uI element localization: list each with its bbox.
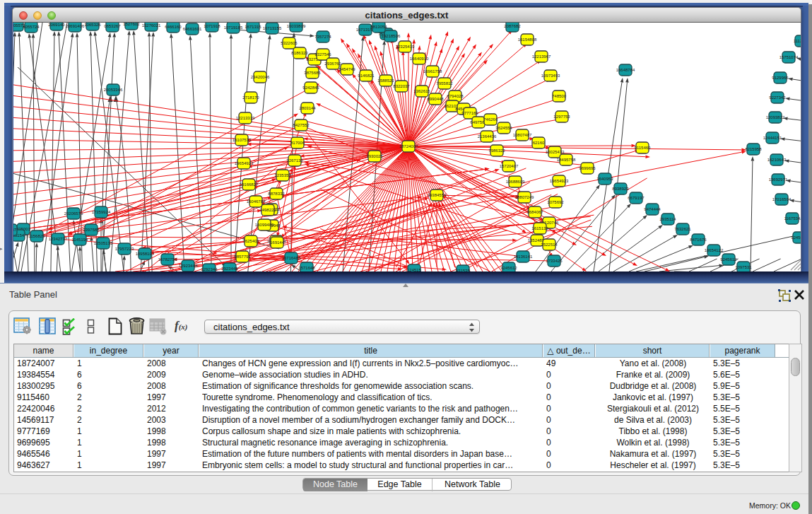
svg-text:16046788: 16046788 — [246, 199, 265, 204]
svg-text:64661601: 64661601 — [182, 27, 201, 31]
svg-text:12342737: 12342737 — [48, 237, 67, 241]
svg-text:9227342: 9227342 — [769, 95, 786, 100]
svg-text:8813054: 8813054 — [370, 25, 387, 29]
svg-text:17359924: 17359924 — [91, 210, 110, 214]
svg-text:1527602: 1527602 — [123, 23, 140, 26]
svg-text:1075692: 1075692 — [547, 200, 564, 204]
svg-text:1733426: 1733426 — [546, 259, 563, 263]
svg-text:1071918: 1071918 — [204, 24, 220, 28]
svg-text:18807249: 18807249 — [514, 195, 534, 199]
svg-text:2718170: 2718170 — [242, 95, 259, 100]
svg-text:10958107: 10958107 — [135, 252, 154, 256]
svg-text:2087682: 2087682 — [504, 24, 521, 28]
svg-text:9245612: 9245612 — [720, 257, 737, 262]
svg-text:8938923: 8938923 — [612, 187, 629, 191]
svg-text:9397585: 9397585 — [83, 228, 100, 232]
svg-text:2935114: 2935114 — [659, 217, 676, 221]
svg-text:9146821: 9146821 — [358, 74, 375, 78]
svg-text:16099489: 16099489 — [254, 223, 273, 227]
svg-text:10973493: 10973493 — [541, 74, 560, 78]
svg-text:15751074: 15751074 — [779, 55, 798, 59]
svg-text:8186323: 8186323 — [291, 51, 308, 55]
svg-text:15276021: 15276021 — [141, 23, 160, 28]
svg-text:4055724: 4055724 — [23, 25, 40, 29]
svg-text:1145194: 1145194 — [71, 238, 88, 242]
svg-text:15720407: 15720407 — [499, 164, 518, 168]
svg-text:12923448: 12923448 — [178, 264, 197, 268]
svg-text:12213319: 12213319 — [235, 116, 254, 120]
svg-text:19166827: 19166827 — [239, 182, 258, 187]
svg-text:12444151: 12444151 — [763, 136, 782, 140]
svg-text:17957223: 17957223 — [114, 247, 134, 251]
svg-text:746266: 746266 — [483, 117, 498, 122]
svg-text:13692971: 13692971 — [768, 177, 787, 182]
svg-text:10025433: 10025433 — [545, 150, 564, 154]
svg-text:5322605: 5322605 — [281, 41, 298, 45]
svg-text:169144: 169144 — [269, 240, 284, 245]
svg-text:8471676: 8471676 — [690, 238, 707, 242]
svg-text:9327546: 9327546 — [314, 52, 331, 57]
svg-text:1167534: 1167534 — [784, 216, 800, 221]
svg-text:16961758: 16961758 — [423, 69, 442, 74]
svg-text:16033809: 16033809 — [286, 24, 305, 28]
svg-text:10688609: 10688609 — [505, 180, 524, 184]
svg-text:21364436: 21364436 — [477, 134, 496, 139]
svg-text:14136141: 14136141 — [513, 255, 532, 259]
svg-text:748500: 748500 — [551, 94, 566, 98]
svg-text:2522514: 2522514 — [541, 243, 558, 247]
svg-text:9474444: 9474444 — [644, 207, 661, 211]
svg-text:18724007: 18724007 — [399, 144, 418, 148]
svg-text:16640910: 16640910 — [409, 57, 428, 61]
svg-text:19654923: 19654923 — [549, 179, 568, 183]
svg-text:9242845: 9242845 — [302, 86, 319, 90]
svg-text:9699695: 9699695 — [579, 166, 596, 170]
svg-text:6679197: 6679197 — [628, 196, 645, 200]
svg-text:16713155: 16713155 — [262, 26, 281, 30]
svg-text:7955812: 7955812 — [436, 81, 453, 86]
svg-text:16210643: 16210643 — [767, 158, 786, 162]
svg-text:12093822: 12093822 — [765, 115, 784, 119]
svg-text:16107533: 16107533 — [232, 138, 251, 142]
svg-text:1156829: 1156829 — [28, 234, 45, 238]
svg-text:8878332: 8878332 — [268, 192, 285, 196]
svg-text:19654923: 19654923 — [234, 161, 253, 165]
svg-text:8427552: 8427552 — [293, 123, 310, 127]
svg-text:9115460: 9115460 — [634, 146, 651, 150]
svg-text:1571648: 1571648 — [298, 266, 315, 270]
svg-text:62160: 62160 — [532, 141, 544, 145]
svg-text:8322037: 8322037 — [393, 84, 410, 88]
svg-text:1498222: 1498222 — [259, 208, 276, 212]
svg-text:8215958: 8215958 — [745, 147, 762, 151]
svg-text:91447: 91447 — [13, 228, 17, 232]
svg-text:16648784: 16648784 — [616, 68, 635, 72]
svg-text:10654122: 10654122 — [704, 248, 723, 252]
svg-text:2803144: 2803144 — [299, 106, 316, 110]
svg-text:16782759: 16782759 — [158, 257, 177, 262]
svg-text:23420046: 23420046 — [250, 75, 269, 79]
svg-text:20691406: 20691406 — [65, 24, 84, 28]
svg-text:1297753: 1297753 — [553, 115, 570, 119]
svg-text:1671315: 1671315 — [245, 25, 261, 29]
svg-text:2923448: 2923448 — [221, 267, 238, 271]
svg-text:9129966: 9129966 — [772, 76, 789, 80]
svg-text:2930025: 2930025 — [366, 154, 383, 158]
svg-text:6466160: 6466160 — [165, 25, 182, 29]
svg-text:0653267: 0653267 — [104, 24, 121, 28]
svg-text:20206576: 20206576 — [64, 211, 83, 216]
svg-text:9857791: 9857791 — [234, 255, 251, 259]
svg-text:3875685: 3875685 — [304, 71, 321, 75]
svg-text:10807487: 10807487 — [512, 133, 531, 137]
svg-text:12325419: 12325419 — [395, 45, 414, 49]
svg-text:9245612: 9245612 — [500, 266, 517, 270]
svg-text:1065326: 1065326 — [84, 23, 101, 27]
svg-text:1362615: 1362615 — [413, 89, 430, 93]
svg-text:19218506: 19218506 — [381, 34, 400, 38]
svg-text:2069140: 2069140 — [48, 23, 65, 27]
svg-text:1292344: 1292344 — [201, 267, 218, 271]
svg-text:20053346: 20053346 — [103, 88, 122, 92]
svg-text:10719185: 10719185 — [223, 25, 242, 30]
svg-text:817006: 817006 — [290, 141, 305, 145]
svg-text:431535: 431535 — [455, 269, 470, 271]
svg-text:2936760: 2936760 — [324, 62, 341, 66]
svg-text:12213967: 12213967 — [531, 54, 551, 59]
